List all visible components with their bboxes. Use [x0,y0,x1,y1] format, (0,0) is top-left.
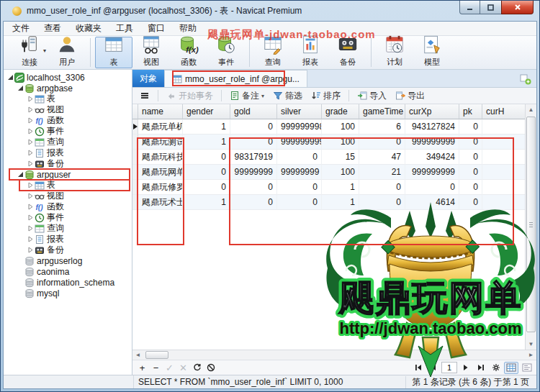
horizontal-scroll-thumb[interactable] [145,351,168,359]
cell-grade[interactable]: 1 [322,195,359,210]
cell-gameTime[interactable]: 0 [359,195,405,210]
add-record-button[interactable]: + [135,362,149,374]
row-gutter[interactable] [132,165,138,180]
row-gutter[interactable] [132,150,138,165]
collapsed-arrow-icon[interactable] [27,160,34,168]
cell-gender[interactable]: 0 [183,150,230,165]
row-gutter[interactable] [132,195,138,210]
tree-item-arpguser-views[interactable]: 视图 [4,191,132,201]
cell-curH[interactable] [482,150,527,165]
apply-changes-button[interactable]: ✓ [163,362,176,374]
function-button[interactable]: f(x)函数 [170,37,207,68]
cell-curH[interactable] [482,165,527,180]
collapsed-arrow-icon[interactable] [27,225,34,232]
cell-pk[interactable]: 0 [459,119,482,135]
cell-curXp[interactable]: 4614 [405,195,459,210]
table-row[interactable]: 飓鼎玩单机1099999999810069431278240 [132,119,536,135]
row-gutter[interactable] [132,180,138,195]
scroll-down-arrow[interactable]: ▼ [526,339,536,350]
cell-gameTime[interactable]: 21 [359,165,405,180]
user-button[interactable]: 用户 [48,37,86,68]
cell-gameTime[interactable]: 0 [359,180,405,195]
column-header-gold[interactable]: gold [230,104,277,119]
cell-name[interactable]: 飓鼎玩网单 [138,165,183,180]
last-record-button[interactable] [474,362,487,374]
column-header-name[interactable]: name [138,104,183,119]
form-view-button[interactable] [520,362,534,374]
cell-gender[interactable]: 1 [183,119,230,135]
cell-curH[interactable] [482,180,527,195]
cell-gender[interactable]: 1 [183,195,230,210]
first-record-button[interactable] [411,362,425,374]
cell-silver[interactable]: 99999999 [277,165,322,180]
cell-curH[interactable] [482,195,527,210]
memo-button[interactable]: 备注▾ [227,88,267,104]
cell-curXp[interactable]: 943127824 [405,119,459,135]
cell-gameTime[interactable]: 0 [359,135,405,150]
column-header-gender[interactable]: gender [183,104,230,119]
cell-name[interactable]: 飓鼎玩修罗 [138,180,183,195]
row-gutter[interactable] [132,119,138,135]
tree-item-arpgbase-events[interactable]: 事件 [4,126,132,137]
settings-button[interactable] [489,362,503,374]
sort-button[interactable]: 排序 [308,88,343,104]
tree-item-mysql[interactable]: mysql [4,288,132,298]
cell-pk[interactable]: 0 [459,135,482,150]
tree-item-localhost-3306[interactable]: localhost_3306 [4,72,132,83]
no-arrow[interactable] [17,268,24,275]
cell-pk[interactable]: 0 [459,150,482,165]
tree-item-arpguser-events[interactable]: 事件 [4,212,132,223]
cell-grade[interactable]: 100 [322,165,359,180]
cell-curXp[interactable]: 999999999 [405,165,459,180]
report-button[interactable]: 报表 [292,37,329,68]
cell-gender[interactable]: 0 [183,165,230,180]
delete-record-button[interactable]: − [149,362,163,374]
cell-gold[interactable]: 0 [230,119,277,135]
collapsed-arrow-icon[interactable] [27,96,34,103]
no-arrow[interactable] [17,279,24,286]
cell-gold[interactable]: 0 [230,180,277,195]
view-button[interactable]: 视图 [132,37,170,68]
refresh-button[interactable] [190,362,204,374]
cell-silver[interactable]: 999999999 [277,135,322,150]
column-header-gameTime[interactable]: gameTime [359,104,405,119]
tree-item-arpguser-functions[interactable]: f()函数 [4,201,132,212]
expanded-arrow-icon[interactable] [17,85,24,92]
menu-file[interactable]: 文件 [5,21,37,36]
cell-pk[interactable]: 0 [459,180,482,195]
table-row[interactable]: 飓鼎玩修罗0001000 [132,180,536,195]
tree-item-arpguser-reports[interactable]: 报表 [4,234,132,245]
cell-pk[interactable]: 0 [459,195,482,210]
collapsed-arrow-icon[interactable] [27,150,34,157]
scroll-right-arrow[interactable]: ► [526,350,536,360]
menu-view[interactable]: 查看 [37,21,68,36]
scroll-up-arrow[interactable]: ▲ [526,104,536,115]
no-arrow[interactable] [17,290,24,297]
menu-window[interactable]: 窗口 [140,21,172,36]
grid-view-button[interactable] [504,362,518,374]
cell-grade[interactable]: 100 [322,135,359,150]
cell-gameTime[interactable]: 47 [359,150,405,165]
tree-item-arpgbase-backups[interactable]: 备份 [4,158,132,169]
grid-menu-button[interactable] [137,89,153,102]
tree-item-arpgbase-functions[interactable]: f()函数 [4,115,132,126]
collapsed-arrow-icon[interactable] [27,214,34,222]
tree-item-caonima[interactable]: caonima [4,266,132,277]
table-row[interactable]: 飓鼎玩网单09999999999999999100219999999990 [132,165,536,180]
previous-record-button[interactable] [426,362,440,374]
cell-gold[interactable]: 98317919 [230,150,277,165]
cell-curXp[interactable]: 349424 [405,150,459,165]
next-record-button[interactable] [459,362,472,374]
cell-grade[interactable]: 15 [322,150,359,165]
stop-button[interactable] [204,362,217,374]
tree-item-arpgbase[interactable]: arpgbase [4,83,132,94]
tree-item-information-schema[interactable]: information_schema [4,277,132,288]
cell-silver[interactable]: 0 [277,180,322,195]
cell-curXp[interactable]: 0 [405,180,459,195]
table-row[interactable]: 飓鼎玩科技098317919015473494240 [132,150,536,165]
cell-gender[interactable]: 1 [183,135,230,150]
maximize-button[interactable] [480,1,501,14]
backup-button[interactable]: 备份 [329,37,366,68]
cell-name[interactable]: 飓鼎玩术士 [138,195,183,210]
column-header-curXp[interactable]: curXp [405,104,459,119]
